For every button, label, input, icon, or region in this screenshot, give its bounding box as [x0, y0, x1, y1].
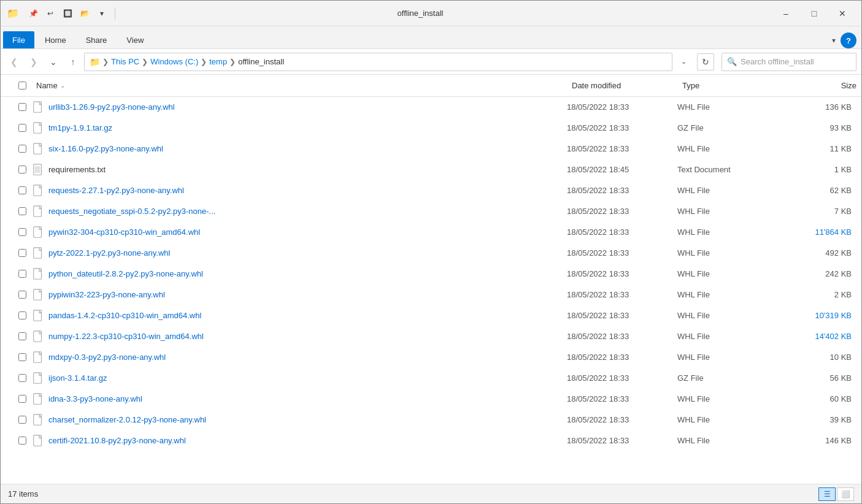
select-all-checkbox[interactable] — [13, 82, 31, 90]
path-segment-this-pc[interactable]: This PC — [111, 57, 139, 66]
file-icon — [31, 372, 45, 385]
table-row[interactable]: requirements.txt18/05/2022 18:45Text Doc… — [1, 159, 861, 180]
row-checkbox[interactable] — [18, 166, 26, 174]
row-checkbox[interactable] — [18, 416, 26, 424]
column-size[interactable]: Size — [788, 81, 861, 90]
file-date: 18/05/2022 18:33 — [567, 415, 677, 424]
table-row[interactable]: certifi-2021.10.8-py2.py3-none-any.whl18… — [1, 430, 861, 451]
file-type: WHL File — [677, 332, 788, 341]
table-row[interactable]: tm1py-1.9.1.tar.gz18/05/2022 18:33GZ Fil… — [1, 118, 861, 139]
file-date: 18/05/2022 18:33 — [567, 144, 677, 153]
file-date: 18/05/2022 18:33 — [567, 332, 677, 341]
refresh-button[interactable]: ↻ — [697, 53, 714, 71]
file-icon — [31, 246, 45, 260]
recent-locations-button[interactable]: ⌄ — [45, 53, 62, 71]
file-icon — [31, 205, 45, 218]
table-row[interactable]: pypiwin32-223-py3-none-any.whl18/05/2022… — [1, 284, 861, 305]
path-folder-icon: 📁 — [90, 57, 100, 67]
pin-icon[interactable]: 📌 — [25, 6, 41, 21]
select-all-input[interactable] — [18, 82, 26, 90]
table-row[interactable]: charset_normalizer-2.0.12-py3-none-any.w… — [1, 410, 861, 430]
tab-file[interactable]: File — [3, 31, 34, 48]
table-row[interactable]: six-1.16.0-py2.py3-none-any.whl18/05/202… — [1, 139, 861, 159]
file-date: 18/05/2022 18:33 — [567, 269, 677, 278]
file-date: 18/05/2022 18:33 — [567, 373, 677, 383]
help-button[interactable]: ? — [841, 32, 856, 48]
row-checkbox[interactable] — [18, 332, 26, 340]
table-row[interactable]: idna-3.3-py3-none-any.whl18/05/2022 18:3… — [1, 389, 861, 410]
table-row[interactable]: pywin32-304-cp310-cp310-win_amd64.whl18/… — [1, 222, 861, 243]
table-row[interactable]: pytz-2022.1-py2.py3-none-any.whl18/05/20… — [1, 243, 861, 264]
row-checkbox-wrap — [13, 186, 31, 194]
table-row[interactable]: requests-2.27.1-py2.py3-none-any.whl18/0… — [1, 180, 861, 201]
table-row[interactable]: numpy-1.22.3-cp310-cp310-win_amd64.whl18… — [1, 326, 861, 347]
row-checkbox[interactable] — [18, 311, 26, 319]
row-checkbox[interactable] — [18, 207, 26, 215]
row-checkbox-wrap — [13, 416, 31, 424]
tab-home[interactable]: Home — [36, 31, 75, 48]
tab-view[interactable]: View — [117, 31, 153, 48]
column-type[interactable]: Type — [677, 81, 788, 90]
row-checkbox[interactable] — [18, 249, 26, 257]
column-date-modified[interactable]: Date modified — [567, 81, 677, 90]
row-checkbox[interactable] — [18, 395, 26, 403]
row-checkbox[interactable] — [18, 437, 26, 445]
large-icon-view-button[interactable]: ⬜ — [837, 487, 854, 501]
row-checkbox[interactable] — [18, 270, 26, 278]
file-name: tm1py-1.9.1.tar.gz — [48, 123, 567, 132]
file-name: pywin32-304-cp310-cp310-win_amd64.whl — [48, 227, 567, 237]
restore-button[interactable]: □ — [800, 4, 828, 23]
ribbon-tabs: File Home Share View ▾ ? — [1, 26, 861, 48]
window-controls: – □ ✕ — [772, 4, 856, 23]
file-date: 18/05/2022 18:33 — [567, 394, 677, 403]
path-segment-temp[interactable]: temp — [209, 57, 227, 66]
file-name: idna-3.3-py3-none-any.whl — [48, 394, 567, 403]
file-type: WHL File — [677, 186, 788, 195]
forward-button[interactable]: ❯ — [25, 53, 42, 71]
row-checkbox[interactable] — [18, 353, 26, 361]
table-row[interactable]: requests_negotiate_sspi-0.5.2-py2.py3-no… — [1, 201, 861, 222]
table-row[interactable]: pandas-1.4.2-cp310-cp310-win_amd64.whl18… — [1, 305, 861, 326]
row-checkbox[interactable] — [18, 186, 26, 194]
table-row[interactable]: ijson-3.1.4.tar.gz18/05/2022 18:33GZ Fil… — [1, 368, 861, 389]
undo-icon[interactable]: ↩ — [42, 6, 58, 21]
file-icon — [31, 184, 45, 197]
minimize-button[interactable]: – — [772, 4, 800, 23]
back-button[interactable]: ❮ — [6, 53, 23, 71]
file-size: 10'319 KB — [788, 311, 861, 320]
table-row[interactable]: urllib3-1.26.9-py2.py3-none-any.whl18/05… — [1, 97, 861, 118]
column-name[interactable]: Name ⌄ — [31, 81, 567, 90]
up-button[interactable]: ↑ — [64, 53, 82, 71]
row-checkbox-wrap — [13, 103, 31, 111]
row-checkbox[interactable] — [18, 124, 26, 132]
file-type: GZ File — [677, 123, 788, 132]
path-separator-1: ❯ — [142, 58, 148, 66]
details-view-button[interactable]: ☰ — [818, 487, 836, 501]
file-size: 242 KB — [788, 269, 861, 278]
file-icon — [31, 288, 45, 302]
tab-share[interactable]: Share — [77, 31, 117, 48]
file-icon — [31, 434, 45, 448]
close-button[interactable]: ✕ — [828, 4, 856, 23]
row-checkbox[interactable] — [18, 374, 26, 382]
ribbon-collapse-button[interactable]: ▾ — [829, 34, 838, 47]
file-name: pypiwin32-223-py3-none-any.whl — [48, 290, 567, 299]
path-segment-windows-c[interactable]: Windows (C:) — [150, 57, 198, 66]
file-date: 18/05/2022 18:33 — [567, 123, 677, 132]
file-size: 2 KB — [788, 290, 861, 299]
table-row[interactable]: python_dateutil-2.8.2-py2.py3-none-any.w… — [1, 264, 861, 284]
address-dropdown-button[interactable]: ⌄ — [675, 53, 692, 71]
row-checkbox[interactable] — [18, 103, 26, 111]
file-type: WHL File — [677, 415, 788, 424]
table-row[interactable]: mdxpy-0.3-py2.py3-none-any.whl18/05/2022… — [1, 347, 861, 368]
file-name: requests_negotiate_sspi-0.5.2-py2.py3-no… — [48, 207, 567, 216]
file-type: WHL File — [677, 144, 788, 153]
row-checkbox[interactable] — [18, 145, 26, 153]
row-checkbox[interactable] — [18, 291, 26, 299]
search-bar[interactable]: 🔍 Search offline_install — [722, 53, 856, 71]
file-name: pytz-2022.1-py2.py3-none-any.whl — [48, 248, 567, 258]
row-checkbox[interactable] — [18, 228, 26, 236]
file-size: 39 KB — [788, 415, 861, 424]
address-path[interactable]: 📁 ❯ This PC ❯ Windows (C:) ❯ temp ❯ offl… — [84, 53, 672, 71]
file-name: numpy-1.22.3-cp310-cp310-win_amd64.whl — [48, 332, 567, 341]
